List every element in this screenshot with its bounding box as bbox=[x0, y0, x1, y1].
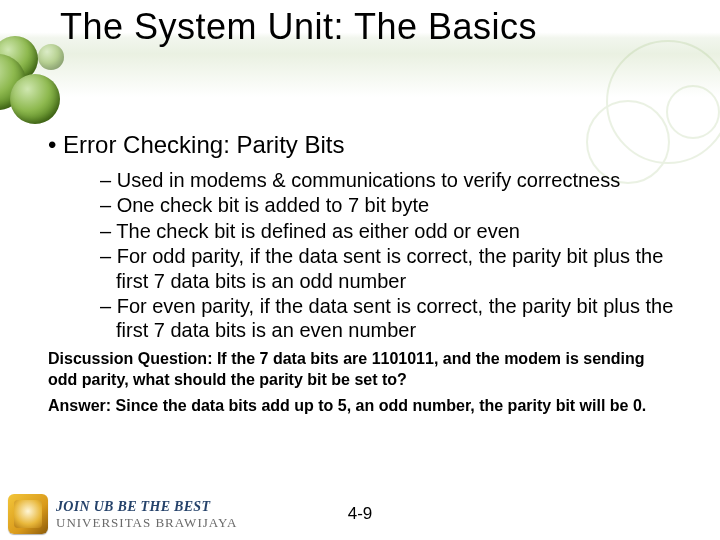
bullet-main: Error Checking: Parity Bits bbox=[48, 130, 690, 160]
sub-bullet: For odd parity, if the data sent is corr… bbox=[100, 244, 690, 293]
sub-bullet: One check bit is added to 7 bit byte bbox=[100, 193, 690, 217]
discussion-question: Discussion Question: If the 7 data bits … bbox=[48, 349, 670, 391]
sub-bullet: Used in modems & communications to verif… bbox=[100, 168, 690, 192]
footer-university-name: UNIVERSITAS BRAWIJAYA bbox=[56, 516, 237, 529]
slide-title: The System Unit: The Basics bbox=[60, 6, 700, 48]
footer-branding: JOIN UB BE THE BEST UNIVERSITAS BRAWIJAY… bbox=[8, 494, 237, 534]
footer-text: JOIN UB BE THE BEST UNIVERSITAS BRAWIJAY… bbox=[56, 500, 237, 529]
footer-tagline: JOIN UB BE THE BEST bbox=[56, 500, 237, 514]
slide: The System Unit: The Basics Error Checki… bbox=[0, 0, 720, 540]
sub-bullet: The check bit is defined as either odd o… bbox=[100, 219, 690, 243]
sub-bullet: For even parity, if the data sent is cor… bbox=[100, 294, 690, 343]
discussion-block: Discussion Question: If the 7 data bits … bbox=[48, 349, 690, 417]
sub-bullets: Used in modems & communications to verif… bbox=[48, 168, 690, 343]
university-crest-icon bbox=[8, 494, 48, 534]
slide-body: Error Checking: Parity Bits Used in mode… bbox=[48, 130, 690, 423]
discussion-answer: Answer: Since the data bits add up to 5,… bbox=[48, 396, 670, 417]
